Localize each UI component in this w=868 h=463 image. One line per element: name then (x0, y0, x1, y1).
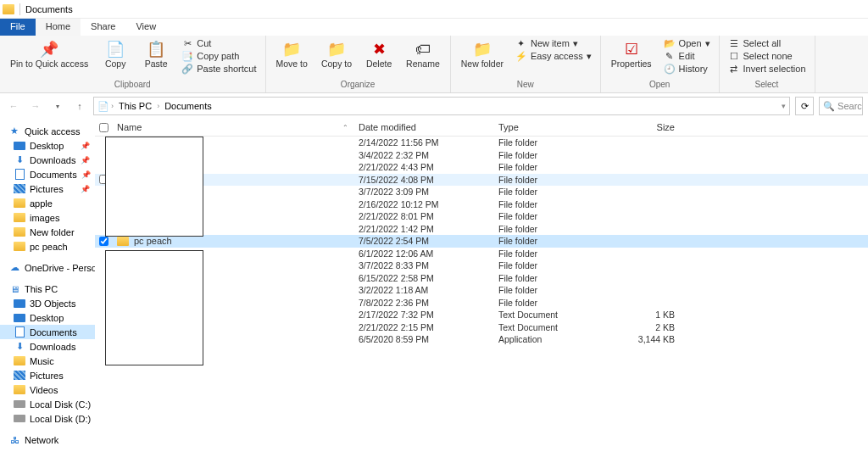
history-button[interactable]: 🕘History (662, 63, 712, 75)
copy-to-button[interactable]: 📁Copy to (318, 37, 355, 71)
table-row[interactable]: 6/1/2022 12:06 AMFile folder (95, 248, 868, 260)
rename-button[interactable]: 🏷Rename (403, 37, 443, 71)
table-row[interactable]: 7/8/2022 2:36 PMFile folder (95, 297, 868, 310)
breadcrumb-root[interactable]: This PC (115, 101, 155, 111)
table-row[interactable]: 3/2/2022 1:18 AMFile folder (95, 284, 868, 297)
table-row[interactable]: 6/5/2020 8:59 PMApplication3,144 KB (95, 333, 868, 346)
row-date: 2/21/2022 2:15 PM (353, 322, 493, 332)
tab-view[interactable]: View (125, 19, 166, 36)
nav-item[interactable]: Documents📌 (0, 167, 95, 181)
row-date: 7/15/2022 4:08 PM (353, 175, 493, 185)
table-row[interactable]: 3/4/2022 2:32 PMFile folder (95, 149, 868, 162)
nav-item-label: Documents (30, 327, 77, 337)
moveto-icon: 📁 (281, 39, 302, 59)
move-to-button[interactable]: 📁Move to (273, 37, 311, 71)
tab-share[interactable]: Share (81, 19, 125, 36)
table-row[interactable]: 2/17/2022 7:32 PMText Document1 KB (95, 309, 868, 321)
back-button[interactable]: ← (5, 98, 22, 114)
col-name[interactable]: Name⌃ (112, 122, 353, 132)
table-row[interactable]: 2/21/2022 2:15 PMText Document2 KB (95, 321, 868, 334)
paste-button[interactable]: 📋Paste (139, 37, 173, 71)
table-row[interactable]: 2/14/2022 11:56 PMFile folder (95, 137, 868, 149)
nav-item[interactable]: Desktop (0, 310, 95, 325)
pin-quick-access-button[interactable]: 📌Pin to Quick access (7, 37, 92, 71)
new-item-button[interactable]: ✦New item ▾ (514, 37, 593, 49)
titlebar: Documents (0, 0, 868, 19)
nav-network[interactable]: 🖧Network (0, 432, 95, 447)
easy-access-button[interactable]: ⚡Easy access ▾ (514, 50, 593, 62)
nav-item[interactable]: Local Disk (D:) (0, 411, 95, 426)
table-row[interactable]: 6/15/2022 2:58 PMFile folder (95, 272, 868, 285)
nav-item[interactable]: apple (0, 196, 95, 210)
table-row[interactable]: 3/7/2022 3:09 PMFile folder (95, 186, 868, 198)
copy-button[interactable]: 📄Copy (98, 37, 132, 71)
open-button[interactable]: 📂Open ▾ (662, 37, 712, 49)
nav-item-label: Desktop (30, 313, 64, 323)
nav-item[interactable]: images (0, 210, 95, 225)
select-all-button[interactable]: ☰Select all (726, 37, 808, 49)
row-date: 3/2/2022 1:18 AM (353, 285, 493, 295)
refresh-button[interactable]: ⟳ (795, 97, 814, 115)
desktop-icon (14, 140, 25, 152)
nav-item[interactable]: New folder (0, 225, 95, 239)
group-open: ☑Properties 📂Open ▾ ✎Edit 🕘History Open (601, 36, 720, 92)
breadcrumb-current[interactable]: Documents (161, 101, 215, 111)
nav-item[interactable]: Documents (0, 325, 95, 339)
col-checkbox[interactable] (95, 122, 112, 132)
paste-shortcut-button[interactable]: 🔗Paste shortcut (180, 63, 258, 75)
nav-this-pc[interactable]: 🖥This PC (0, 282, 95, 296)
delete-icon: ✖ (369, 39, 389, 59)
nav-item[interactable]: Pictures📌 (0, 181, 95, 196)
group-organize: 📁Move to 📁Copy to ✖Delete 🏷Rename Organi… (266, 36, 451, 92)
forward-button[interactable]: → (27, 98, 44, 114)
col-type[interactable]: Type (493, 122, 612, 132)
cut-button[interactable]: ✂Cut (180, 37, 258, 49)
nav-item[interactable]: ⬇Downloads (0, 339, 95, 354)
row-checkbox[interactable] (95, 175, 112, 184)
nav-item[interactable]: Videos (0, 382, 95, 397)
breadcrumb[interactable]: 📄 › This PC › Documents ▾ (93, 97, 790, 115)
nav-onedrive[interactable]: ☁OneDrive - Personal (0, 260, 95, 275)
search-input[interactable]: 🔍 Search (819, 97, 863, 115)
col-size[interactable]: Size (612, 122, 680, 132)
table-row[interactable]: 7/15/2022 4:08 PMFile folder (95, 174, 868, 187)
selectnone-icon: ☐ (728, 50, 740, 62)
nav-item[interactable]: Local Disk (C:) (0, 397, 95, 411)
paste-icon: 📋 (146, 39, 166, 59)
table-row[interactable]: 3/7/2022 8:33 PMFile folder (95, 259, 868, 272)
search-icon: 🔍 (823, 101, 835, 112)
group-clipboard: 📌Pin to Quick access 📄Copy 📋Paste ✂Cut 📑… (0, 36, 266, 92)
table-row[interactable]: pc peach7/5/2022 2:54 PMFile folder (95, 235, 868, 248)
newitem-icon: ✦ (515, 37, 527, 49)
table-row[interactable]: 2/21/2022 1:42 PMFile folder (95, 223, 868, 236)
row-type: File folder (493, 224, 612, 234)
delete-button[interactable]: ✖Delete (362, 37, 396, 71)
nav-item[interactable]: Pictures (0, 368, 95, 382)
copy-path-button[interactable]: 📑Copy path (180, 50, 258, 62)
file-list: Name⌃ Date modified Type Size 2/14/2022 … (95, 119, 868, 463)
select-none-button[interactable]: ☐Select none (726, 50, 808, 62)
nav-item[interactable]: Desktop📌 (0, 138, 95, 153)
document-icon (14, 169, 25, 181)
table-row[interactable]: 2/16/2022 10:12 PMFile folder (95, 198, 868, 211)
edit-button[interactable]: ✎Edit (662, 50, 712, 62)
up-button[interactable]: ↑ (71, 98, 88, 114)
row-checkbox[interactable] (95, 237, 112, 246)
properties-button[interactable]: ☑Properties (608, 37, 655, 71)
nav-quick-access[interactable]: ★Quick access (0, 124, 95, 138)
chevron-down-icon[interactable]: ▾ (782, 102, 786, 110)
col-date[interactable]: Date modified (353, 122, 493, 132)
row-date: 3/7/2022 3:09 PM (353, 187, 493, 197)
table-row[interactable]: 2/21/2022 4:43 PMFile folder (95, 161, 868, 174)
tab-home[interactable]: Home (36, 19, 81, 36)
nav-item[interactable]: pc peach (0, 239, 95, 254)
history-dropdown[interactable]: ▾ (49, 98, 66, 114)
nav-item[interactable]: ⬇Downloads📌 (0, 153, 95, 167)
nav-item[interactable]: 3D Objects (0, 296, 95, 310)
invert-selection-button[interactable]: ⇄Invert selection (726, 63, 808, 75)
disk-icon (14, 413, 25, 425)
nav-item[interactable]: Music (0, 354, 95, 368)
table-row[interactable]: 2/21/2022 8:01 PMFile folder (95, 210, 868, 223)
tab-file[interactable]: File (0, 19, 36, 36)
new-folder-button[interactable]: 📁New folder (458, 37, 507, 71)
